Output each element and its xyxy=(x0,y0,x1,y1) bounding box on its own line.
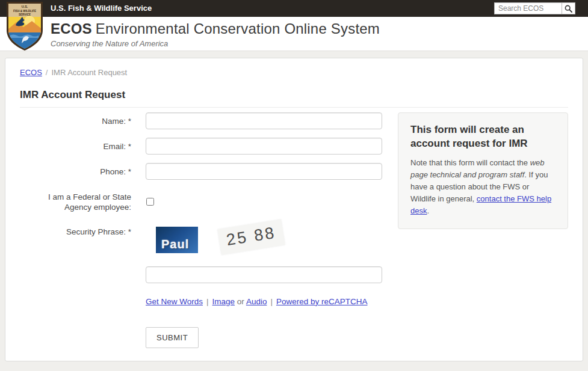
breadcrumb-separator: / xyxy=(46,68,48,77)
title-divider xyxy=(20,107,568,108)
phone-field[interactable] xyxy=(146,163,382,180)
fws-shield-logo: U.S. FISH & WILDLIFE SERVICE xyxy=(5,1,45,51)
employee-row: I am a Federal or State Agency employee: xyxy=(20,192,382,213)
search-box xyxy=(494,2,575,14)
breadcrumb-current: IMR Account Request xyxy=(51,68,127,77)
employee-label: I am a Federal or State Agency employee: xyxy=(20,192,131,213)
federal-employee-checkbox[interactable] xyxy=(146,198,154,206)
captcha-image-link[interactable]: Image xyxy=(212,297,235,306)
get-new-words-link[interactable]: Get New Words xyxy=(146,297,203,306)
captcha-links-row: Get New Words|Image or Audio|Powered by … xyxy=(20,297,382,306)
site-header: ECOSEnvironmental Conservation Online Sy… xyxy=(0,17,588,51)
info-box: This form will create an account request… xyxy=(398,112,568,229)
fws-shield-icon: U.S. FISH & WILDLIFE SERVICE xyxy=(5,1,45,51)
submit-row: SUBMIT xyxy=(20,327,382,348)
top-bar: U.S. Fish & Wildlife Service xyxy=(0,0,588,17)
phone-row: Phone: * xyxy=(20,163,382,180)
email-row: Email: * xyxy=(20,138,382,155)
name-field[interactable] xyxy=(146,112,382,129)
search-button[interactable] xyxy=(562,2,575,14)
name-row: Name: * xyxy=(20,112,382,129)
info-box-title: This form will create an account request… xyxy=(410,123,556,151)
captcha-input-row xyxy=(20,266,382,283)
required-marker: * xyxy=(128,117,131,126)
powered-by-recaptcha-link[interactable]: Powered by reCAPTCHA xyxy=(276,297,368,306)
required-marker: * xyxy=(128,142,131,151)
account-request-form: Name: * Email: * Phone: * xyxy=(20,112,382,348)
name-label: Name: * xyxy=(20,112,131,129)
required-marker: * xyxy=(128,227,131,236)
phone-label: Phone: * xyxy=(20,163,131,180)
info-box-body: Note that this form will contact the web… xyxy=(410,157,556,218)
captcha-word: Paul xyxy=(156,227,198,253)
breadcrumb: ECOS/IMR Account Request xyxy=(20,68,568,77)
breadcrumb-home-link[interactable]: ECOS xyxy=(20,68,42,77)
security-phrase-field[interactable] xyxy=(146,266,382,283)
email-field[interactable] xyxy=(146,138,382,155)
security-phrase-label: Security Phrase: * xyxy=(20,223,131,258)
captcha-links: Get New Words|Image or Audio|Powered by … xyxy=(146,297,382,306)
agency-title: U.S. Fish & Wildlife Service xyxy=(51,0,152,17)
captcha-audio-link[interactable]: Audio xyxy=(246,297,267,306)
required-marker: * xyxy=(128,167,131,176)
svg-text:U.S.: U.S. xyxy=(22,5,28,8)
captcha-image: Paul 25 88 xyxy=(146,223,382,258)
site-name: Environmental Conservation Online System xyxy=(96,20,380,37)
content-panel: ECOS/IMR Account Request IMR Account Req… xyxy=(5,58,583,361)
site-acronym: ECOS xyxy=(51,20,92,37)
svg-text:FISH & WILDLIFE: FISH & WILDLIFE xyxy=(13,10,36,13)
svg-text:SERVICE: SERVICE xyxy=(19,13,31,16)
site-tagline: Conserving the Nature of America xyxy=(51,39,588,48)
security-phrase-row: Security Phrase: * Paul 25 88 xyxy=(20,223,382,258)
captcha-numbers: 25 88 xyxy=(217,219,285,255)
email-label: Email: * xyxy=(20,138,131,155)
search-input[interactable] xyxy=(494,2,562,14)
search-icon xyxy=(565,5,572,13)
page-title: IMR Account Request xyxy=(20,89,568,101)
submit-button[interactable]: SUBMIT xyxy=(146,327,199,348)
site-title: ECOSEnvironmental Conservation Online Sy… xyxy=(51,20,588,38)
